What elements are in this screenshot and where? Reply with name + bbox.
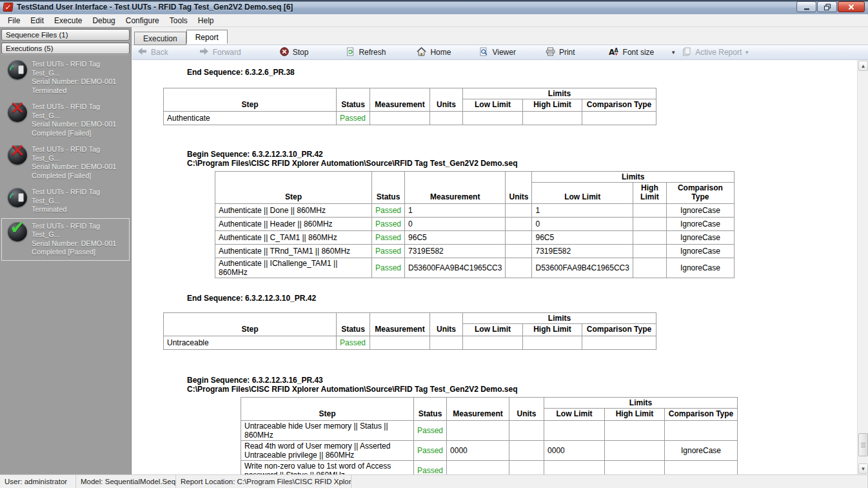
low-limit-cell: D53600FAA9B4C1965CC3: [532, 258, 633, 278]
tab-strip: ExecutionReport: [132, 27, 868, 45]
close-button[interactable]: [838, 1, 865, 12]
column-header: Low Limit: [532, 183, 633, 204]
svg-text:A: A: [614, 48, 618, 54]
sequence-heading: Begin Sequence: 6.3.2.12.3.16_PR.43: [187, 376, 857, 385]
refresh-button[interactable]: Refresh: [346, 47, 386, 58]
units-cell: [506, 204, 532, 218]
high-limit-cell: [605, 421, 665, 441]
scroll-down-arrow-icon[interactable]: ▼: [858, 463, 868, 474]
status-cell: Passed: [414, 461, 447, 475]
execution-item-line: Test UUTs - RFID Tag Test_G...: [32, 188, 127, 205]
sidebar: Sequence Files (1) Executions (5) Test U…: [0, 27, 132, 474]
table-row: Authenticate || IChallenge_TAM1 || 860MH…: [215, 258, 735, 278]
table-row: Authenticate || C_TAM1 || 860MHzPassed96…: [215, 231, 735, 245]
toolbar-button-label: Font size: [623, 48, 655, 57]
limits-header: Limits: [463, 88, 656, 99]
tab-execution[interactable]: Execution: [134, 32, 186, 45]
comparison-cell: [582, 112, 656, 125]
status-cell: Passed: [372, 218, 405, 231]
column-header: Status: [337, 88, 370, 112]
viewer-button[interactable]: Viewer: [479, 47, 515, 58]
column-header: Step: [215, 172, 372, 204]
menu-item-help[interactable]: Help: [193, 15, 219, 26]
units-cell: [430, 336, 463, 350]
tab-report[interactable]: Report: [186, 30, 228, 44]
report-toolbar: BackForwardStopRefreshHomeViewerPrintAAF…: [132, 45, 868, 60]
toolbar-button-label: Stop: [293, 48, 309, 57]
execution-list-item[interactable]: ✔Test UUTs - RFID Tag Test_G...Serial Nu…: [1, 218, 130, 261]
column-header: Units: [430, 88, 463, 112]
menu-item-debug[interactable]: Debug: [87, 15, 120, 26]
scroll-up-arrow-icon[interactable]: ▲: [858, 61, 868, 71]
table-row: Untraceable hide User memory || Status |…: [241, 421, 738, 441]
high-limit-cell: [633, 204, 666, 218]
measurement-cell: [370, 112, 430, 125]
column-header: Units: [509, 398, 544, 421]
table-row: Authenticate || Header || 860MHzPassed00…: [215, 218, 735, 231]
report-viewport[interactable]: End Sequence: 6.3.2.6_PR.38StepStatusMea…: [132, 60, 857, 474]
status-bar: User: administratorModel: SequentialMode…: [0, 474, 868, 488]
menu-item-file[interactable]: File: [3, 15, 25, 26]
x-mark: ✕: [8, 141, 27, 161]
execution-list-item[interactable]: ✕Test UUTs - RFID Tag Test_G...Serial Nu…: [1, 141, 130, 184]
execution-item-line: Serial Number: DEMO-001: [32, 163, 127, 172]
low-limit-cell: 7319E582: [532, 245, 633, 258]
column-header: High Limit: [605, 409, 665, 421]
executions-header[interactable]: Executions (5): [1, 43, 130, 54]
execution-list-item[interactable]: ✕Test UUTs - RFID Tag Test_G...Serial Nu…: [1, 99, 130, 141]
execution-item-line: Completed [Passed]: [32, 248, 127, 257]
comparison-cell: IgnoreCase: [665, 441, 738, 461]
menu-bar: FileEditExecuteDebugConfigureToolsHelp: [0, 14, 868, 27]
execution-item-line: Serial Number: DEMO-001: [32, 77, 127, 86]
back-arrow-icon: [137, 47, 147, 57]
sequence-files-header[interactable]: Sequence Files (1): [1, 29, 130, 41]
column-header: Low Limit: [463, 324, 523, 336]
home-button[interactable]: Home: [417, 47, 451, 58]
back-button: Back: [137, 47, 168, 57]
comparison-cell: IgnoreCase: [666, 231, 734, 245]
units-cell: [506, 218, 532, 231]
low-limit-cell: 0: [532, 218, 633, 231]
report-section: Begin Sequence: 6.3.2.12.3.10_PR.42C:\Pr…: [132, 150, 857, 278]
chevron-down-icon[interactable]: ▼: [671, 50, 676, 56]
step-cell: Authenticate || Header || 860MHz: [215, 218, 372, 231]
terminated-icon: [8, 188, 27, 207]
column-header: Status: [372, 172, 405, 204]
refresh-icon: [346, 47, 355, 58]
minimize-button[interactable]: [796, 1, 816, 12]
low-limit-cell: 1: [532, 204, 633, 218]
execution-item-line: Serial Number: DEMO-001: [32, 120, 127, 129]
measurement-cell: 0000: [447, 441, 509, 461]
forward-arrow-icon: [199, 47, 209, 57]
results-table: StepStatusMeasurementUnitsLimitsLow Limi…: [163, 312, 656, 350]
font-size-button[interactable]: AAFont size: [609, 47, 655, 58]
restore-button[interactable]: [817, 1, 837, 12]
menu-item-tools[interactable]: Tools: [164, 15, 193, 26]
high-limit-cell: [523, 336, 582, 350]
status-cell: Passed: [372, 204, 405, 218]
status-cell: Passed: [372, 258, 405, 278]
menu-item-configure[interactable]: Configure: [121, 15, 164, 26]
column-header: Units: [430, 313, 463, 336]
report-sections: End Sequence: 6.3.2.6_PR.38StepStatusMea…: [132, 68, 857, 474]
low-limit-cell: 0000: [544, 441, 605, 461]
execution-list-item[interactable]: Test UUTs - RFID Tag Test_G...Terminated: [1, 184, 130, 218]
x-mark: ✕: [8, 99, 27, 118]
statusbar-filler: [351, 475, 868, 488]
high-limit-cell: [605, 461, 665, 475]
menu-item-edit[interactable]: Edit: [25, 15, 49, 26]
sequence-heading: End Sequence: 6.3.2.6_PR.38: [187, 68, 857, 77]
table-row: Write non-zero value to 1st word of Acce…: [241, 461, 738, 475]
report-section: Begin Sequence: 6.3.2.12.3.16_PR.43C:\Pr…: [132, 376, 857, 474]
menu-item-execute[interactable]: Execute: [49, 15, 87, 26]
font-size-icon: AA: [609, 47, 619, 58]
vertical-scrollbar[interactable]: ▲ ▼: [857, 60, 868, 474]
high-limit-cell: [633, 245, 666, 258]
scrollbar-thumb[interactable]: [858, 433, 868, 456]
print-button[interactable]: Print: [546, 47, 575, 58]
units-cell: [509, 441, 544, 461]
stop-icon: [280, 47, 289, 58]
toolbar-button-label: Home: [430, 48, 451, 57]
execution-list-item[interactable]: Test UUTs - RFID Tag Test_G...Serial Num…: [1, 56, 130, 99]
stop-button[interactable]: Stop: [280, 47, 309, 58]
